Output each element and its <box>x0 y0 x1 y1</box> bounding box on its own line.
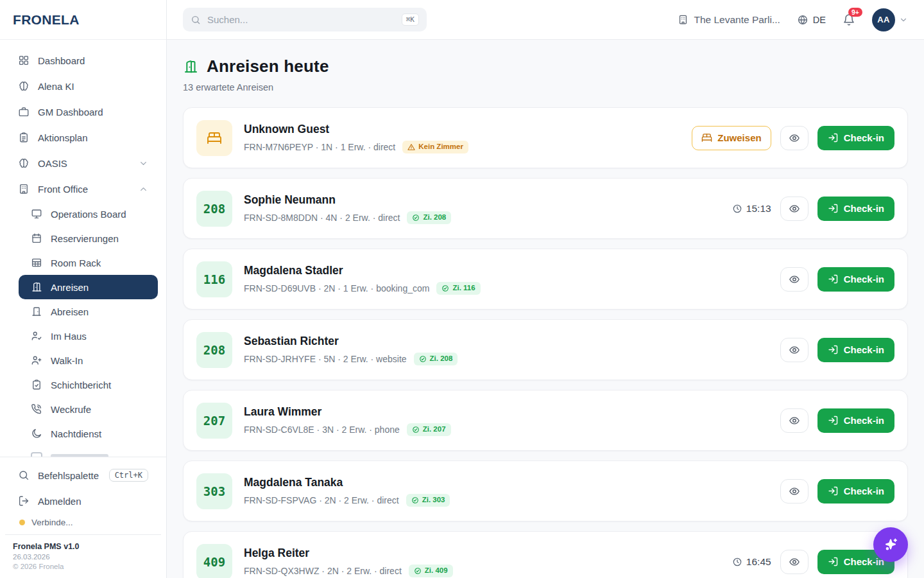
calendar-icon <box>31 232 42 244</box>
reservation-meta: FRN-SD-D69UVB · 2N · 1 Erw. · booking_co… <box>244 283 429 293</box>
app-version: Fronela PMS v1.0 <box>13 542 153 551</box>
bed-icon <box>207 130 222 146</box>
guest-name: Magdalena Tanaka <box>244 476 450 489</box>
eye-icon <box>789 132 800 144</box>
search-input[interactable] <box>207 14 395 25</box>
ai-assistant-fab[interactable] <box>873 527 908 562</box>
view-details-button[interactable] <box>780 126 809 150</box>
search-shortcut-badge: ⌘K <box>402 13 419 26</box>
reservation-meta: FRN-SD-FSPVAG · 2N · 2 Erw. · direct <box>244 495 399 505</box>
brain-icon <box>18 157 30 169</box>
check-in-button[interactable]: Check-in <box>817 479 894 504</box>
main-area: ⌘K The Levante Parli... DE 9+ AA <box>167 0 924 578</box>
guest-block: Laura Wimmer FRN-SD-C6VL8E · 3N · 2 Erw.… <box>244 405 451 436</box>
sidebar-item-schichtbericht[interactable]: Schichtbericht <box>19 372 158 397</box>
clipboard-check-icon <box>31 379 42 390</box>
sidebar-item-oasis[interactable]: OASIS <box>8 150 158 176</box>
check-in-button[interactable]: Check-in <box>817 338 894 362</box>
guest-name: Helga Reiter <box>244 547 453 560</box>
sidebar-item-anreisen[interactable]: Anreisen <box>19 275 158 299</box>
language-selector[interactable]: DE <box>797 14 826 26</box>
room-status-label: Zi. 208 <box>423 214 446 222</box>
reservation-meta: FRN-SD-C6VL8E · 3N · 2 Erw. · phone <box>244 425 400 435</box>
eye-icon <box>789 556 800 568</box>
card-actions: Check-in <box>780 267 894 292</box>
view-details-button[interactable] <box>780 479 809 504</box>
view-details-button[interactable] <box>780 197 809 221</box>
check-in-button[interactable]: Check-in <box>817 126 894 150</box>
sidebar-item-front-office[interactable]: Front Office <box>8 176 158 202</box>
view-details-button[interactable] <box>780 338 809 362</box>
property-selector[interactable]: The Levante Parli... <box>678 14 780 26</box>
guest-name: Sebastian Richter <box>244 335 458 348</box>
arrival-card: 303 Magdalena Tanaka FRN-SD-FSPVAG · 2N … <box>183 460 908 521</box>
sidebar-nav: Dashboard Alena KI GM Dashboard Aktionsp… <box>0 40 166 457</box>
user-check-icon <box>31 330 42 342</box>
guest-meta-row: FRN-SD-C6VL8E · 3N · 2 Erw. · phone Zi. … <box>244 423 451 436</box>
building-icon <box>678 14 689 25</box>
sidebar-item-label: Walk-In <box>51 355 83 366</box>
moon-icon <box>31 428 42 439</box>
check-in-button-label: Check-in <box>844 486 884 496</box>
sidebar-item-label: Front Office <box>38 184 88 195</box>
logout-button[interactable]: Abmelden <box>8 488 158 514</box>
eye-icon <box>789 203 800 215</box>
check-in-button[interactable]: Check-in <box>817 267 894 292</box>
sidebar-item-im-haus[interactable]: Im Haus <box>19 324 158 348</box>
sidebar-item-abreisen[interactable]: Abreisen <box>19 299 158 324</box>
card-actions: 16:45 Check-in <box>732 550 894 574</box>
logout-label: Abmelden <box>38 496 81 507</box>
room-number: 116 <box>203 272 225 286</box>
assign-room-button[interactable]: Zuweisen <box>692 126 771 150</box>
arrivals-list: Unknown Guest FRN-M7N6PEYP · 1N · 1 Erw.… <box>183 107 908 578</box>
clock-icon <box>732 557 742 567</box>
check-circle-icon <box>411 496 419 504</box>
room-badge: 208 <box>196 332 232 368</box>
view-details-button[interactable] <box>780 550 809 574</box>
chevron-down-icon <box>139 159 148 168</box>
command-palette-button[interactable]: Befehlspalette Ctrl+K <box>8 462 158 488</box>
card-actions: Check-in <box>780 479 894 504</box>
sidebar-item-label: OASIS <box>38 158 67 169</box>
command-shortcut-badge: Ctrl+K <box>109 469 148 482</box>
topbar: ⌘K The Levante Parli... DE 9+ AA <box>167 0 924 40</box>
check-in-button[interactable]: Check-in <box>817 408 894 433</box>
guest-name: Unknown Guest <box>244 123 468 136</box>
room-number: 303 <box>203 484 225 498</box>
page-subtitle: 13 erwartete Anreisen <box>183 82 908 92</box>
arrival-time-label: 15:13 <box>746 203 771 215</box>
brand-logo: FRONELA <box>13 12 80 28</box>
sidebar-item-nachtdienst[interactable]: Nachtdienst <box>19 421 158 446</box>
sidebar-item-dashboard[interactable]: Dashboard <box>8 48 158 73</box>
sidebar-item-reservierungen[interactable]: Reservierungen <box>19 226 158 250</box>
check-in-button[interactable]: Check-in <box>817 197 894 221</box>
log-in-icon <box>828 203 839 214</box>
sidebar-item-gm-dashboard[interactable]: GM Dashboard <box>8 99 158 125</box>
sidebar-item-alena-ki[interactable]: Alena KI <box>8 73 158 99</box>
arrival-time: 16:45 <box>732 556 771 568</box>
dashboard-grid-icon <box>18 55 30 66</box>
logo-area: FRONELA <box>0 0 166 40</box>
reservation-meta: FRN-SD-QX3HWZ · 2N · 2 Erw. · direct <box>244 566 402 576</box>
sidebar-item-aktionsplan[interactable]: Aktionsplan <box>8 125 158 150</box>
view-details-button[interactable] <box>780 267 809 292</box>
connection-status-label: Verbinde... <box>31 518 73 527</box>
door-closed-icon <box>31 306 42 317</box>
user-menu[interactable]: AA <box>872 8 908 31</box>
room-status-chip: Zi. 208 <box>407 211 451 224</box>
view-details-button[interactable] <box>780 408 809 433</box>
sidebar-item-weckrufe[interactable]: Weckrufe <box>19 397 158 421</box>
assign-button-label: Zuweisen <box>717 132 761 143</box>
sidebar-item-walk-in[interactable]: Walk-In <box>19 348 158 372</box>
sidebar-item-operations-board[interactable]: Operations Board <box>19 202 158 226</box>
sidebar-item-room-rack[interactable]: Room Rack <box>19 250 158 275</box>
check-circle-icon <box>414 567 422 575</box>
guest-meta-row: FRN-SD-FSPVAG · 2N · 2 Erw. · direct Zi.… <box>244 494 450 507</box>
sidebar-item-label: Reservierungen <box>51 233 119 244</box>
sidebar-item-label: Im Haus <box>51 331 87 342</box>
global-search[interactable]: ⌘K <box>183 8 427 31</box>
guest-meta-row: FRN-SD-8M8DDN · 4N · 2 Erw. · direct Zi.… <box>244 211 451 224</box>
notifications-button[interactable]: 9+ <box>843 13 855 26</box>
check-circle-icon <box>412 426 420 434</box>
guest-meta-row: FRN-SD-QX3HWZ · 2N · 2 Erw. · direct Zi.… <box>244 565 453 577</box>
